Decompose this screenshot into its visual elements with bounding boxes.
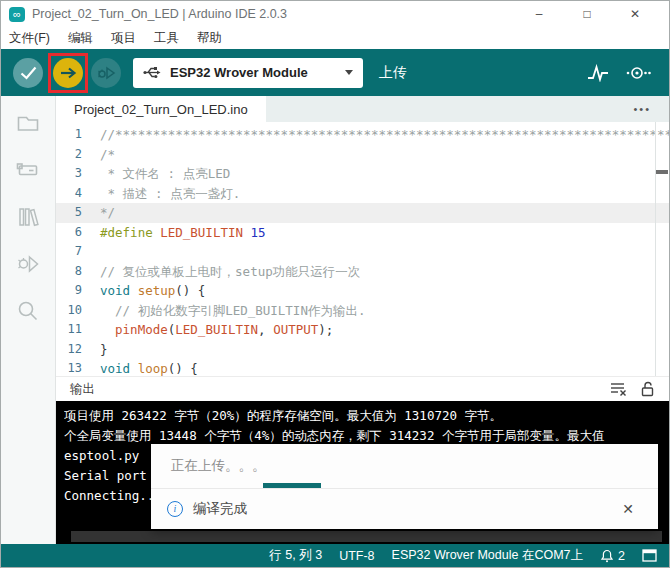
menu-item[interactable]: 工具 [145,30,188,47]
annotation-highlight-box [48,53,88,93]
line-number: 6 [56,223,94,243]
line-number: 12 [56,340,94,360]
menu-item[interactable]: 帮助 [188,30,231,47]
app-window: ∞ Project_02_Turn_On_LED | Arduino IDE 2… [0,0,670,568]
code-area: 1//*************************************… [56,125,669,376]
code-line: 2/* [56,145,669,165]
serial-plotter-icon[interactable] [587,64,609,82]
uploading-notification: 正在上传。。。 [151,444,658,488]
line-number: 11 [56,320,94,340]
line-number: 10 [56,301,94,321]
code-line: 9void setup() { [56,281,669,301]
board-selector[interactable]: ESP32 Wrover Module [133,58,363,88]
sidebar-item-debug[interactable] [13,249,43,279]
more-actions-icon[interactable]: ••• [633,103,669,115]
toolbar: ESP32 Wrover Module 上传 [1,49,669,96]
clear-output-icon[interactable] [610,381,627,397]
line-number: 5 [56,203,94,223]
console-line: 个全局变量使用 13448 个字节（4%）的动态内存，剩下 314232 个字节… [64,426,669,446]
code-line: 12} [56,340,669,360]
editor-scrollbar[interactable] [655,122,656,376]
sidebar-item-boards-manager[interactable] [13,155,43,185]
line-number: 8 [56,262,94,282]
sidebar-item-sketchbook[interactable] [13,108,43,138]
serial-monitor-icon[interactable] [625,65,651,81]
line-number: 1 [56,125,94,145]
circuit-board-icon [15,157,41,183]
console-line: 项目使用 263422 字节（20%）的程序存储空间。最大值为 1310720 … [64,406,669,426]
title-bar: ∞ Project_02_Turn_On_LED | Arduino IDE 2… [1,1,669,27]
line-number: 2 [56,145,94,165]
maximize-button[interactable]: □ [577,7,597,21]
upload-progress-bar [263,483,321,488]
encoding-indicator[interactable]: UTF-8 [339,549,374,563]
tab-label: Project_02_Turn_On_LED.ino [74,102,248,117]
line-number: 3 [56,164,94,184]
debug-button[interactable] [91,58,121,88]
toggle-panel-button[interactable] [642,549,657,562]
output-panel-header: 输出 [56,376,669,401]
bell-icon [600,549,614,563]
close-notification-icon[interactable]: ✕ [622,501,642,517]
code-line: 8// 复位或单板上电时，setup功能只运行一次 [56,262,669,282]
code-line: 1//*************************************… [56,125,669,145]
code-editor[interactable]: 1//*************************************… [56,122,669,376]
console-horizontal-scrollbar[interactable] [71,531,662,542]
overview-ruler-mark [656,170,668,174]
window-controls: – □ ✕ [529,7,661,21]
code-line: 5*/ [56,203,669,223]
line-number: 4 [56,184,94,204]
sidebar-item-library-manager[interactable] [13,202,43,232]
tab-sketch-file[interactable]: Project_02_Turn_On_LED.ino [56,96,266,122]
toolbar-right-icons [587,64,669,82]
chevron-down-icon [345,70,353,75]
books-icon [15,204,41,230]
notifications-count: 2 [618,549,625,563]
debug-icon [15,251,41,277]
code-line: 4 * 描述 : 点亮一盏灯. [56,184,669,204]
usb-plug-icon [143,65,161,80]
code-line: 10 // 初始化数字引脚LED_BUILTIN作为输出. [56,301,669,321]
menu-item[interactable]: 编辑 [59,30,102,47]
close-button[interactable]: ✕ [625,7,645,21]
upload-tooltip-label: 上传 [379,64,407,82]
activity-sidebar [1,96,56,544]
minimize-button[interactable]: – [529,7,549,21]
code-line: 7 [56,242,669,262]
line-number: 13 [56,359,94,376]
notification-panel: 正在上传。。。 i 编译完成 ✕ [151,444,658,529]
info-icon: i [167,501,183,517]
right-arrow-icon [60,67,77,79]
search-icon [15,298,41,324]
board-port-indicator[interactable]: ESP32 Wrover Module 在COM7上 [392,547,584,564]
menu-item[interactable]: 文件(F) [9,30,59,47]
status-bar: 行 5, 列 3 UTF-8 ESP32 Wrover Module 在COM7… [1,544,669,567]
cursor-position[interactable]: 行 5, 列 3 [269,547,322,564]
compile-done-message: 编译完成 [193,500,247,518]
verify-button[interactable] [13,58,43,88]
sidebar-item-search[interactable] [13,296,43,326]
output-panel-title: 输出 [70,381,95,398]
panel-layout-icon [642,549,657,562]
uploading-message: 正在上传。。。 [151,444,658,475]
folder-icon [15,110,41,136]
code-line: 6#define LED_BUILTIN 15 [56,223,669,243]
line-number: 7 [56,242,94,262]
output-panel-icons [610,381,655,397]
window-title: Project_02_Turn_On_LED | Arduino IDE 2.0… [32,7,287,21]
tab-bar: Project_02_Turn_On_LED.ino ••• [56,96,669,122]
menu-item[interactable]: 项目 [102,30,145,47]
unlock-scroll-icon[interactable] [640,381,655,397]
upload-button[interactable] [53,58,83,88]
notifications-indicator[interactable]: 2 [600,549,625,563]
bug-play-icon [96,65,116,81]
check-icon [20,66,37,80]
arduino-logo-icon: ∞ [9,7,25,22]
code-line: 3 * 文件名 : 点亮LED [56,164,669,184]
compile-done-notification: i 编译完成 ✕ [151,488,658,529]
menu-bar: 文件(F)编辑项目工具帮助 [1,27,669,49]
line-number: 9 [56,281,94,301]
code-line: 11 pinMode(LED_BUILTIN, OUTPUT); [56,320,669,340]
code-line: 13void loop() { [56,359,669,376]
selected-board-label: ESP32 Wrover Module [170,65,308,80]
